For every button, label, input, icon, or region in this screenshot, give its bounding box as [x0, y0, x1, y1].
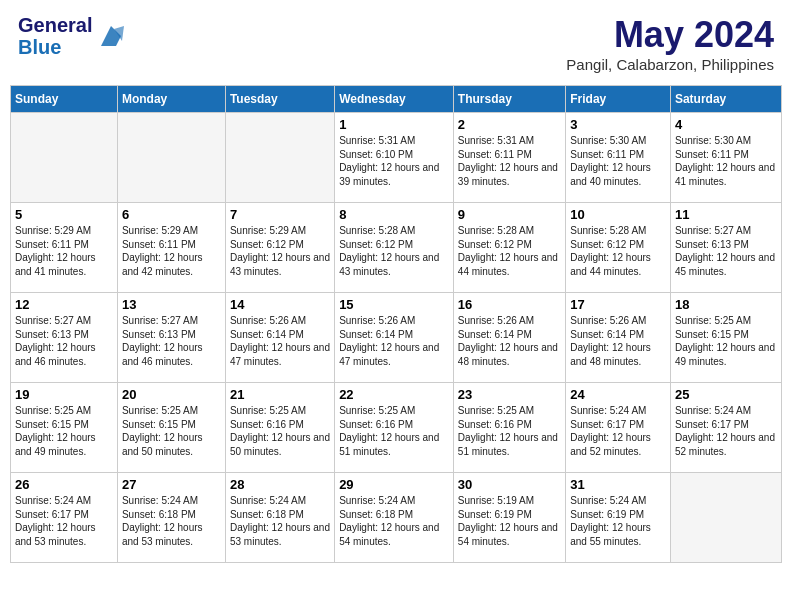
- day-number: 14: [230, 297, 330, 312]
- day-number: 28: [230, 477, 330, 492]
- day-number: 26: [15, 477, 113, 492]
- calendar-cell: 4Sunrise: 5:30 AMSunset: 6:11 PMDaylight…: [670, 113, 781, 203]
- calendar-cell: 8Sunrise: 5:28 AMSunset: 6:12 PMDaylight…: [335, 203, 454, 293]
- column-header-monday: Monday: [117, 86, 225, 113]
- day-info: Sunrise: 5:28 AMSunset: 6:12 PMDaylight:…: [458, 224, 561, 278]
- day-info: Sunrise: 5:25 AMSunset: 6:16 PMDaylight:…: [230, 404, 330, 458]
- main-title: May 2024: [566, 14, 774, 56]
- week-row-3: 12Sunrise: 5:27 AMSunset: 6:13 PMDayligh…: [11, 293, 782, 383]
- calendar-cell: 2Sunrise: 5:31 AMSunset: 6:11 PMDaylight…: [453, 113, 565, 203]
- day-info: Sunrise: 5:26 AMSunset: 6:14 PMDaylight:…: [339, 314, 449, 368]
- day-info: Sunrise: 5:24 AMSunset: 6:18 PMDaylight:…: [230, 494, 330, 548]
- day-info: Sunrise: 5:30 AMSunset: 6:11 PMDaylight:…: [570, 134, 666, 188]
- day-info: Sunrise: 5:29 AMSunset: 6:11 PMDaylight:…: [122, 224, 221, 278]
- logo-text: GeneralBlue: [18, 14, 92, 58]
- calendar-cell: [117, 113, 225, 203]
- day-info: Sunrise: 5:29 AMSunset: 6:11 PMDaylight:…: [15, 224, 113, 278]
- title-section: May 2024 Pangil, Calabarzon, Philippines: [566, 14, 774, 73]
- calendar-table: SundayMondayTuesdayWednesdayThursdayFrid…: [10, 85, 782, 563]
- day-info: Sunrise: 5:31 AMSunset: 6:11 PMDaylight:…: [458, 134, 561, 188]
- day-number: 31: [570, 477, 666, 492]
- day-info: Sunrise: 5:24 AMSunset: 6:18 PMDaylight:…: [122, 494, 221, 548]
- day-number: 8: [339, 207, 449, 222]
- day-number: 19: [15, 387, 113, 402]
- day-number: 18: [675, 297, 777, 312]
- day-info: Sunrise: 5:24 AMSunset: 6:17 PMDaylight:…: [570, 404, 666, 458]
- day-info: Sunrise: 5:19 AMSunset: 6:19 PMDaylight:…: [458, 494, 561, 548]
- day-info: Sunrise: 5:28 AMSunset: 6:12 PMDaylight:…: [570, 224, 666, 278]
- page-header: GeneralBlue May 2024 Pangil, Calabarzon,…: [10, 10, 782, 77]
- subtitle: Pangil, Calabarzon, Philippines: [566, 56, 774, 73]
- day-info: Sunrise: 5:25 AMSunset: 6:16 PMDaylight:…: [339, 404, 449, 458]
- day-info: Sunrise: 5:25 AMSunset: 6:16 PMDaylight:…: [458, 404, 561, 458]
- column-header-thursday: Thursday: [453, 86, 565, 113]
- day-number: 10: [570, 207, 666, 222]
- day-number: 20: [122, 387, 221, 402]
- column-header-wednesday: Wednesday: [335, 86, 454, 113]
- calendar-cell: 26Sunrise: 5:24 AMSunset: 6:17 PMDayligh…: [11, 473, 118, 563]
- day-number: 2: [458, 117, 561, 132]
- day-info: Sunrise: 5:26 AMSunset: 6:14 PMDaylight:…: [230, 314, 330, 368]
- day-number: 23: [458, 387, 561, 402]
- day-number: 16: [458, 297, 561, 312]
- day-number: 25: [675, 387, 777, 402]
- day-info: Sunrise: 5:25 AMSunset: 6:15 PMDaylight:…: [122, 404, 221, 458]
- day-info: Sunrise: 5:25 AMSunset: 6:15 PMDaylight:…: [675, 314, 777, 368]
- day-info: Sunrise: 5:30 AMSunset: 6:11 PMDaylight:…: [675, 134, 777, 188]
- calendar-cell: 19Sunrise: 5:25 AMSunset: 6:15 PMDayligh…: [11, 383, 118, 473]
- calendar-cell: 18Sunrise: 5:25 AMSunset: 6:15 PMDayligh…: [670, 293, 781, 383]
- calendar-cell: 30Sunrise: 5:19 AMSunset: 6:19 PMDayligh…: [453, 473, 565, 563]
- day-info: Sunrise: 5:27 AMSunset: 6:13 PMDaylight:…: [122, 314, 221, 368]
- logo-icon: [96, 21, 126, 51]
- day-number: 13: [122, 297, 221, 312]
- day-number: 11: [675, 207, 777, 222]
- calendar-cell: [670, 473, 781, 563]
- calendar-cell: 22Sunrise: 5:25 AMSunset: 6:16 PMDayligh…: [335, 383, 454, 473]
- day-number: 21: [230, 387, 330, 402]
- column-header-saturday: Saturday: [670, 86, 781, 113]
- day-info: Sunrise: 5:26 AMSunset: 6:14 PMDaylight:…: [458, 314, 561, 368]
- calendar-cell: 21Sunrise: 5:25 AMSunset: 6:16 PMDayligh…: [225, 383, 334, 473]
- day-number: 30: [458, 477, 561, 492]
- logo: GeneralBlue: [18, 14, 126, 58]
- calendar-cell: 6Sunrise: 5:29 AMSunset: 6:11 PMDaylight…: [117, 203, 225, 293]
- calendar-cell: 1Sunrise: 5:31 AMSunset: 6:10 PMDaylight…: [335, 113, 454, 203]
- day-info: Sunrise: 5:24 AMSunset: 6:17 PMDaylight:…: [15, 494, 113, 548]
- day-number: 5: [15, 207, 113, 222]
- day-number: 4: [675, 117, 777, 132]
- calendar-cell: 12Sunrise: 5:27 AMSunset: 6:13 PMDayligh…: [11, 293, 118, 383]
- calendar-cell: 20Sunrise: 5:25 AMSunset: 6:15 PMDayligh…: [117, 383, 225, 473]
- week-row-1: 1Sunrise: 5:31 AMSunset: 6:10 PMDaylight…: [11, 113, 782, 203]
- day-number: 6: [122, 207, 221, 222]
- day-info: Sunrise: 5:24 AMSunset: 6:18 PMDaylight:…: [339, 494, 449, 548]
- column-header-tuesday: Tuesday: [225, 86, 334, 113]
- calendar-cell: 11Sunrise: 5:27 AMSunset: 6:13 PMDayligh…: [670, 203, 781, 293]
- calendar-cell: 31Sunrise: 5:24 AMSunset: 6:19 PMDayligh…: [566, 473, 671, 563]
- calendar-cell: [11, 113, 118, 203]
- day-info: Sunrise: 5:29 AMSunset: 6:12 PMDaylight:…: [230, 224, 330, 278]
- day-number: 29: [339, 477, 449, 492]
- calendar-cell: 29Sunrise: 5:24 AMSunset: 6:18 PMDayligh…: [335, 473, 454, 563]
- day-info: Sunrise: 5:27 AMSunset: 6:13 PMDaylight:…: [15, 314, 113, 368]
- column-header-sunday: Sunday: [11, 86, 118, 113]
- calendar-cell: 17Sunrise: 5:26 AMSunset: 6:14 PMDayligh…: [566, 293, 671, 383]
- day-info: Sunrise: 5:27 AMSunset: 6:13 PMDaylight:…: [675, 224, 777, 278]
- day-number: 12: [15, 297, 113, 312]
- logo-blue-text: Blue: [18, 36, 61, 58]
- day-number: 15: [339, 297, 449, 312]
- day-number: 7: [230, 207, 330, 222]
- week-row-4: 19Sunrise: 5:25 AMSunset: 6:15 PMDayligh…: [11, 383, 782, 473]
- calendar-cell: 3Sunrise: 5:30 AMSunset: 6:11 PMDaylight…: [566, 113, 671, 203]
- calendar-cell: 7Sunrise: 5:29 AMSunset: 6:12 PMDaylight…: [225, 203, 334, 293]
- calendar-cell: 25Sunrise: 5:24 AMSunset: 6:17 PMDayligh…: [670, 383, 781, 473]
- day-number: 9: [458, 207, 561, 222]
- calendar-cell: 23Sunrise: 5:25 AMSunset: 6:16 PMDayligh…: [453, 383, 565, 473]
- day-info: Sunrise: 5:26 AMSunset: 6:14 PMDaylight:…: [570, 314, 666, 368]
- week-row-5: 26Sunrise: 5:24 AMSunset: 6:17 PMDayligh…: [11, 473, 782, 563]
- calendar-cell: 5Sunrise: 5:29 AMSunset: 6:11 PMDaylight…: [11, 203, 118, 293]
- day-number: 17: [570, 297, 666, 312]
- header-row: SundayMondayTuesdayWednesdayThursdayFrid…: [11, 86, 782, 113]
- day-number: 1: [339, 117, 449, 132]
- calendar-cell: 9Sunrise: 5:28 AMSunset: 6:12 PMDaylight…: [453, 203, 565, 293]
- day-info: Sunrise: 5:24 AMSunset: 6:19 PMDaylight:…: [570, 494, 666, 548]
